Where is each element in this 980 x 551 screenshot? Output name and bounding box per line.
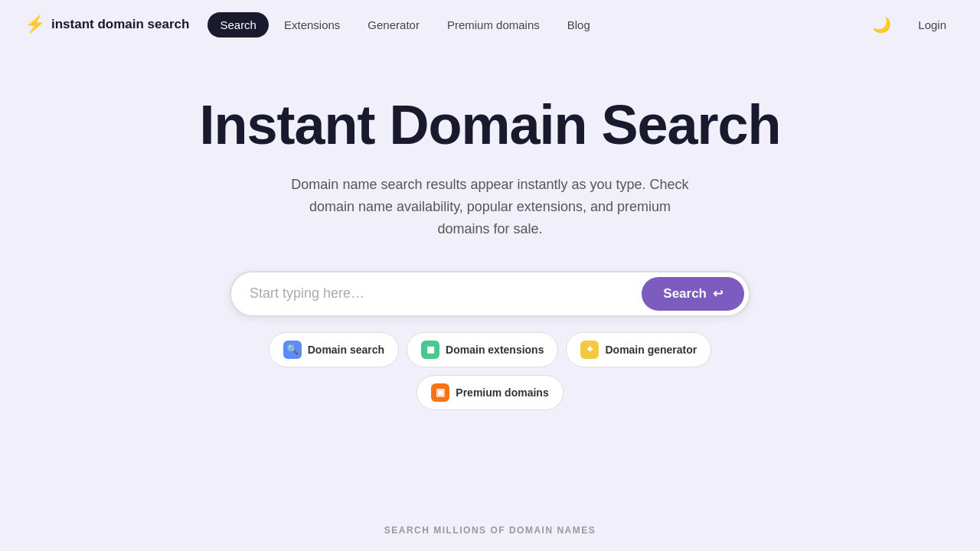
nav-blog[interactable]: Blog — [555, 12, 603, 37]
nav-premium[interactable]: Premium domains — [435, 12, 552, 37]
dark-mode-button[interactable]: 🌙 — [866, 9, 897, 40]
hero-section: Instant Domain Search Domain name search… — [0, 49, 980, 441]
nav-extensions[interactable]: Extensions — [272, 12, 352, 37]
quick-link-premium-domains-label: Premium domains — [456, 386, 548, 399]
quick-link-domain-search[interactable]: 🔍 Domain search — [269, 332, 399, 367]
domain-generator-icon: ✦ — [580, 341, 599, 359]
quick-link-domain-extensions[interactable]: ◼ Domain extensions — [407, 332, 558, 367]
navbar: ⚡ instant domain search Search Extension… — [0, 0, 980, 49]
quick-link-domain-generator[interactable]: ✦ Domain generator — [566, 332, 711, 367]
nav-search[interactable]: Search — [207, 12, 269, 37]
quick-links: 🔍 Domain search ◼ Domain extensions ✦ Do… — [230, 332, 750, 410]
quick-link-domain-search-label: Domain search — [308, 344, 384, 356]
bottom-cta-text: SEARCH MILLIONS OF DOMAIN NAMES — [384, 525, 596, 536]
login-button[interactable]: Login — [909, 12, 956, 37]
search-container: Search ↩ — [230, 271, 750, 317]
domain-extensions-icon: ◼ — [421, 341, 439, 359]
quick-link-premium-domains[interactable]: ▣ Premium domains — [416, 375, 563, 410]
logo-text: instant domain search — [51, 17, 189, 32]
search-box: Search ↩ — [230, 271, 750, 317]
bottom-cta: SEARCH MILLIONS OF DOMAIN NAMES — [384, 525, 596, 536]
search-input[interactable] — [231, 273, 637, 314]
logo-link[interactable]: ⚡ instant domain search — [24, 15, 189, 34]
domain-search-icon: 🔍 — [283, 341, 302, 359]
nav-generator[interactable]: Generator — [355, 12, 432, 37]
nav-links: Search Extensions Generator Premium doma… — [207, 12, 866, 37]
quick-link-domain-extensions-label: Domain extensions — [446, 344, 544, 356]
hero-subtitle: Domain name search results appear instan… — [291, 174, 689, 240]
search-button-label: Search — [663, 286, 707, 302]
quick-link-domain-generator-label: Domain generator — [605, 344, 697, 356]
bolt-icon: ⚡ — [24, 15, 45, 34]
hero-title: Instant Domain Search — [199, 95, 780, 155]
premium-domains-icon: ▣ — [431, 383, 449, 402]
nav-right: 🌙 Login — [866, 9, 956, 40]
search-button[interactable]: Search ↩ — [642, 277, 744, 311]
search-button-icon: ↩ — [713, 286, 723, 301]
page-wrapper: ⚡ instant domain search Search Extension… — [0, 0, 980, 551]
